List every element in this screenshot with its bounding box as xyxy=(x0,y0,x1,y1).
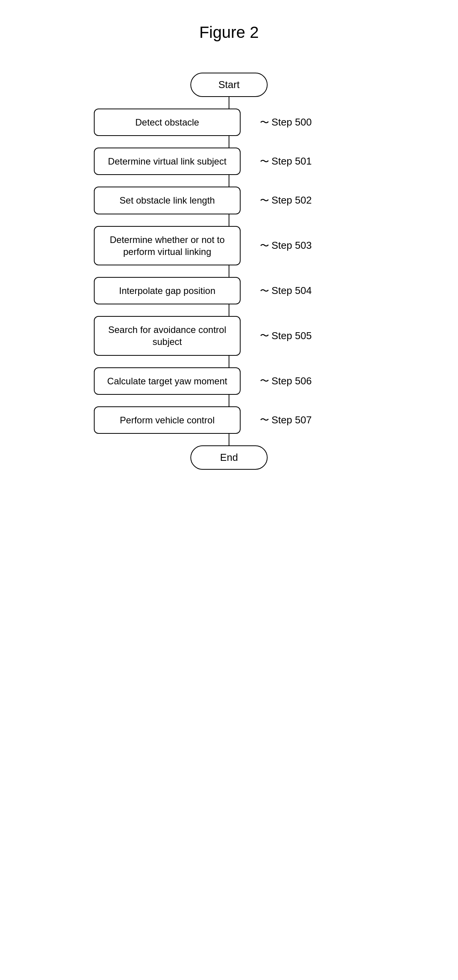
step506-label: 〜 Step 506 xyxy=(260,375,364,387)
step504-label: 〜 Step 504 xyxy=(260,285,364,297)
step500-box: Detect obstacle xyxy=(94,109,241,136)
connector-6 xyxy=(229,304,229,316)
step504-row: Interpolate gap position 〜 Step 504 xyxy=(75,277,383,304)
page-title: Figure 2 xyxy=(199,23,259,42)
step505-label: 〜 Step 505 xyxy=(260,329,364,342)
start-node: Start xyxy=(190,73,268,97)
step506-box: Calculate target yaw moment xyxy=(94,367,241,395)
step503-label: 〜 Step 503 xyxy=(260,239,364,252)
step505-box: Search for avoidance control subject xyxy=(94,316,241,355)
step503-box: Determine whether or not to perform virt… xyxy=(94,226,241,265)
step507-box: Perform vehicle control xyxy=(94,406,241,434)
step501-box: Determine virtual link subject xyxy=(94,148,241,175)
connector-7 xyxy=(229,356,229,367)
start-row: Start xyxy=(75,73,383,97)
end-row: End xyxy=(75,445,383,470)
connector-8 xyxy=(229,395,229,406)
step503-row: Determine whether or not to perform virt… xyxy=(75,226,383,265)
step504-box: Interpolate gap position xyxy=(94,277,241,304)
step501-row: Determine virtual link subject 〜 Step 50… xyxy=(75,148,383,175)
flowchart: Start Detect obstacle 〜 Step 500 Determi… xyxy=(75,73,383,470)
step505-row: Search for avoidance control subject 〜 S… xyxy=(75,316,383,355)
step502-label: 〜 Step 502 xyxy=(260,194,364,207)
connector-4 xyxy=(229,214,229,226)
step507-row: Perform vehicle control 〜 Step 507 xyxy=(75,406,383,434)
connector-1 xyxy=(229,97,229,109)
step500-label: 〜 Step 500 xyxy=(260,116,364,129)
step501-label: 〜 Step 501 xyxy=(260,155,364,168)
step507-label: 〜 Step 507 xyxy=(260,414,364,426)
step500-row: Detect obstacle 〜 Step 500 xyxy=(75,109,383,136)
step506-row: Calculate target yaw moment 〜 Step 506 xyxy=(75,367,383,395)
connector-2 xyxy=(229,136,229,148)
connector-9 xyxy=(229,434,229,445)
end-node: End xyxy=(190,445,268,470)
step502-box: Set obstacle link length xyxy=(94,187,241,214)
connector-5 xyxy=(229,265,229,277)
connector-3 xyxy=(229,175,229,187)
step502-row: Set obstacle link length 〜 Step 502 xyxy=(75,187,383,214)
